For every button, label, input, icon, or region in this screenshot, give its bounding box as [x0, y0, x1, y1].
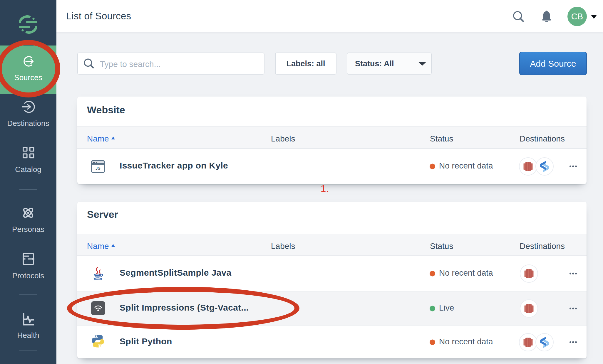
svg-text:JS: JS: [95, 166, 100, 171]
